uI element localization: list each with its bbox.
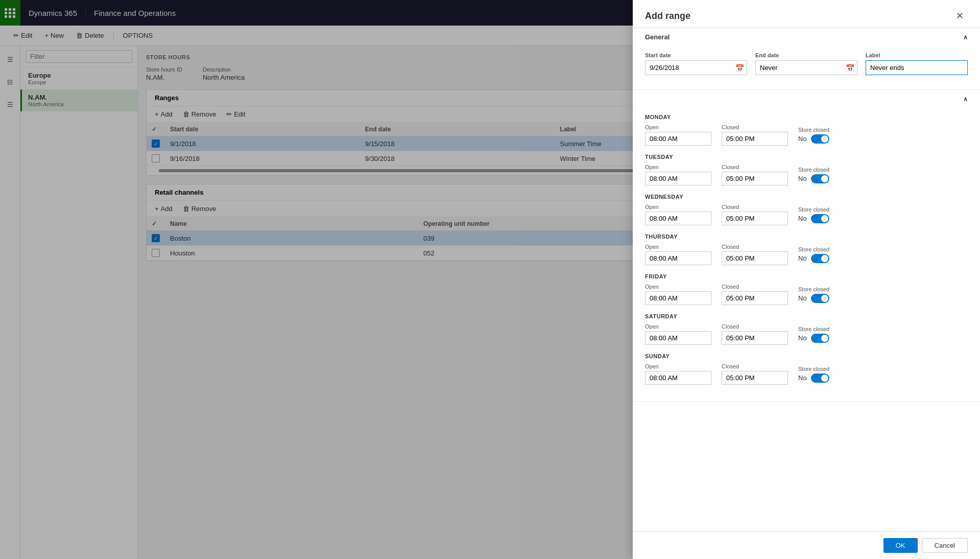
sunday-open-field: Open bbox=[645, 363, 711, 385]
range-label-input[interactable] bbox=[866, 60, 968, 75]
saturday-store-closed-value: No bbox=[798, 334, 807, 342]
wednesday-store-closed-row: No bbox=[798, 214, 829, 223]
saturday-section: SATURDAY Open Closed Store closed bbox=[645, 313, 968, 345]
saturday-store-closed: Store closed No bbox=[798, 326, 829, 343]
monday-closed-input[interactable] bbox=[722, 132, 788, 146]
monday-store-closed-value: No bbox=[798, 135, 807, 143]
schedule-collapse-icon bbox=[963, 95, 968, 103]
wednesday-closed-field: Closed bbox=[722, 204, 788, 225]
sunday-label: SUNDAY bbox=[645, 353, 968, 359]
dialog-title-bar: Add range ✕ bbox=[633, 0, 980, 28]
dialog-close-button[interactable]: ✕ bbox=[952, 8, 968, 24]
saturday-open-label: Open bbox=[645, 323, 711, 330]
sunday-row: Open Closed Store closed No bbox=[645, 363, 968, 385]
saturday-closed-field: Closed bbox=[722, 323, 788, 345]
thursday-closed-input[interactable] bbox=[722, 251, 788, 265]
general-section-label: General bbox=[645, 33, 670, 41]
thursday-open-label: Open bbox=[645, 244, 711, 250]
thursday-store-closed-value: No bbox=[798, 254, 807, 262]
general-section-content: Start date 📅 End date 📅 bbox=[633, 46, 980, 89]
wednesday-open-input[interactable] bbox=[645, 212, 711, 225]
thursday-label: THURSDAY bbox=[645, 234, 968, 240]
monday-toggle[interactable] bbox=[811, 134, 829, 144]
saturday-closed-input[interactable] bbox=[722, 331, 788, 345]
dialog-title: Add range bbox=[645, 11, 690, 21]
saturday-store-closed-label: Store closed bbox=[798, 326, 829, 332]
tuesday-open-input[interactable] bbox=[645, 172, 711, 185]
tuesday-toggle[interactable] bbox=[811, 174, 829, 183]
friday-open-input[interactable] bbox=[645, 291, 711, 305]
thursday-closed-label: Closed bbox=[722, 244, 788, 250]
dialog-body: General Start date 📅 End date bbox=[633, 28, 980, 531]
thursday-row: Open Closed Store closed No bbox=[645, 244, 968, 265]
thursday-toggle[interactable] bbox=[811, 254, 829, 263]
general-section: General Start date 📅 End date bbox=[633, 28, 980, 90]
tuesday-closed-input[interactable] bbox=[722, 172, 788, 185]
label-field: Label bbox=[866, 52, 968, 75]
start-date-field: Start date 📅 bbox=[645, 52, 747, 75]
monday-open-label: Open bbox=[645, 124, 711, 130]
sunday-store-closed-value: No bbox=[798, 374, 807, 382]
saturday-toggle[interactable] bbox=[811, 334, 829, 343]
end-date-label: End date bbox=[755, 52, 857, 58]
tuesday-open-label: Open bbox=[645, 164, 711, 170]
friday-toggle[interactable] bbox=[811, 294, 829, 303]
tuesday-store-closed-value: No bbox=[798, 175, 807, 182]
wednesday-store-closed-value: No bbox=[798, 215, 807, 222]
wednesday-toggle[interactable] bbox=[811, 214, 829, 223]
tuesday-closed-field: Closed bbox=[722, 164, 788, 185]
add-range-dialog: Add range ✕ General Start date 📅 bbox=[633, 0, 980, 559]
friday-open-label: Open bbox=[645, 284, 711, 290]
wednesday-section: WEDNESDAY Open Closed Store closed bbox=[645, 194, 968, 225]
saturday-open-field: Open bbox=[645, 323, 711, 345]
saturday-label: SATURDAY bbox=[645, 313, 968, 319]
sunday-open-input[interactable] bbox=[645, 371, 711, 385]
end-date-field: End date 📅 bbox=[755, 52, 857, 75]
calendar-icon-start[interactable]: 📅 bbox=[735, 64, 744, 72]
end-date-input[interactable] bbox=[755, 60, 857, 75]
friday-store-closed-row: No bbox=[798, 294, 829, 303]
friday-label: FRIDAY bbox=[645, 273, 968, 280]
sunday-closed-input[interactable] bbox=[722, 371, 788, 385]
cancel-button[interactable]: Cancel bbox=[922, 538, 968, 553]
thursday-section: THURSDAY Open Closed Store closed bbox=[645, 234, 968, 265]
start-date-input[interactable] bbox=[645, 60, 747, 75]
tuesday-section: TUESDAY Open Closed Store closed bbox=[645, 154, 968, 185]
monday-open-input[interactable] bbox=[645, 132, 711, 146]
monday-closed-field: Closed bbox=[722, 124, 788, 146]
friday-store-closed-label: Store closed bbox=[798, 286, 829, 292]
monday-open-field: Open bbox=[645, 124, 711, 146]
end-date-input-wrapper: 📅 bbox=[755, 60, 857, 75]
wednesday-open-field: Open bbox=[645, 204, 711, 225]
calendar-icon-end[interactable]: 📅 bbox=[846, 64, 854, 72]
friday-closed-input[interactable] bbox=[722, 291, 788, 305]
tuesday-label: TUESDAY bbox=[645, 154, 968, 160]
monday-store-closed-row: No bbox=[798, 134, 829, 144]
thursday-open-input[interactable] bbox=[645, 251, 711, 265]
schedule-section: MONDAY Open Closed Store closed bbox=[633, 90, 980, 402]
tuesday-open-field: Open bbox=[645, 164, 711, 185]
schedule-section-header[interactable] bbox=[633, 90, 980, 108]
friday-section: FRIDAY Open Closed Store closed bbox=[645, 273, 968, 305]
ok-button[interactable]: OK bbox=[883, 538, 918, 553]
sunday-toggle[interactable] bbox=[811, 374, 829, 383]
start-date-label: Start date bbox=[645, 52, 747, 58]
monday-closed-label: Closed bbox=[722, 124, 788, 130]
thursday-closed-field: Closed bbox=[722, 244, 788, 265]
range-label-label: Label bbox=[866, 52, 968, 58]
tuesday-closed-label: Closed bbox=[722, 164, 788, 170]
saturday-row: Open Closed Store closed No bbox=[645, 323, 968, 345]
friday-row: Open Closed Store closed No bbox=[645, 284, 968, 305]
saturday-open-input[interactable] bbox=[645, 331, 711, 345]
tuesday-row: Open Closed Store closed No bbox=[645, 164, 968, 185]
wednesday-store-closed: Store closed No bbox=[798, 206, 829, 223]
general-section-header[interactable]: General bbox=[633, 28, 980, 46]
tuesday-store-closed-row: No bbox=[798, 174, 829, 183]
thursday-store-closed-row: No bbox=[798, 254, 829, 263]
tuesday-store-closed-label: Store closed bbox=[798, 167, 829, 173]
monday-row: Open Closed Store closed No bbox=[645, 124, 968, 146]
saturday-store-closed-row: No bbox=[798, 334, 829, 343]
friday-closed-field: Closed bbox=[722, 284, 788, 305]
wednesday-closed-input[interactable] bbox=[722, 212, 788, 225]
sunday-store-closed-row: No bbox=[798, 374, 829, 383]
